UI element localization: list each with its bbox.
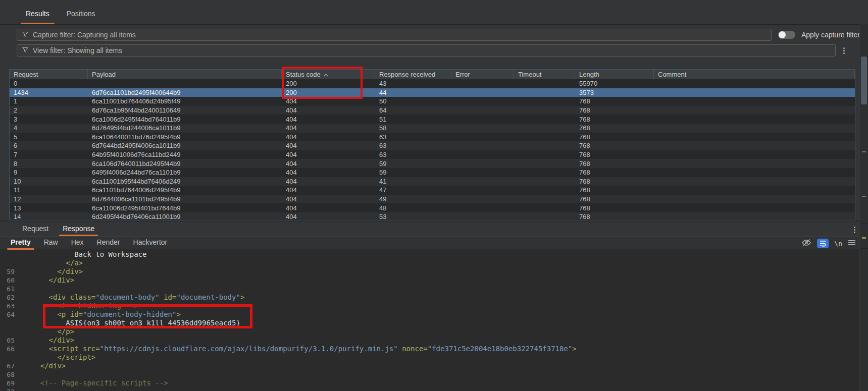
table-cell-payload: 6d76ca1101bd2495f400644b9: [88, 89, 282, 96]
table-cell-response-received: 59: [375, 169, 451, 176]
tab-raw[interactable]: Raw: [37, 236, 65, 249]
table-cell-length: 768: [575, 124, 654, 132]
table-cell-request: 10: [10, 178, 88, 185]
line-number: 59: [0, 267, 19, 276]
line-number: 64: [0, 310, 19, 319]
tab-positions[interactable]: Positions: [58, 3, 104, 24]
table-cell-status: 404: [282, 106, 375, 114]
response-code-viewer[interactable]: Back to Workspace </a>59 </div>60 </div>…: [0, 249, 868, 391]
table-cell-payload: 6ca11001b95f44bd76406d249: [88, 178, 282, 185]
table-row[interactable]: 86ca106d7640011bd2495f44b940459768: [10, 159, 855, 168]
table-cell-status: 404: [282, 124, 375, 132]
table-cell-response-received: 47: [375, 186, 451, 194]
code-line: 70: [0, 387, 868, 391]
column-header-length[interactable]: Length: [575, 70, 654, 79]
table-cell-payload: 6ca1101bd7644006d2495f4b9: [88, 186, 282, 194]
table-row[interactable]: 106ca11001b95f44bd76406d24940441768: [10, 177, 855, 186]
view-filter-text: View filter: Showing all items: [33, 46, 122, 54]
column-header-status-code[interactable]: Status code: [282, 70, 375, 79]
table-row[interactable]: 66d7644bd2495f4006ca1011b940463768: [10, 141, 855, 150]
column-header-timeout[interactable]: Timeout: [514, 70, 575, 79]
line-number: 63: [0, 302, 19, 310]
table-cell-request: 7: [10, 151, 88, 158]
line-number: 66: [0, 345, 19, 353]
code-line: ASIS{on3_sh00t_on3_k1ll_44536dd9965eacd5…: [0, 319, 868, 327]
tab-results[interactable]: Results: [17, 3, 58, 24]
table-cell-length: 768: [575, 142, 654, 149]
column-header-comment[interactable]: Comment: [654, 70, 855, 79]
table-cell-length: 768: [575, 186, 654, 194]
table-row[interactable]: 126d7644006ca1101bd2495f4b940449768: [10, 195, 855, 204]
message-editor-tabbar: Request Response: [0, 221, 868, 236]
capture-filter-bar[interactable]: Capture filter: Capturing all items: [17, 29, 772, 41]
table-cell-response-received: 44: [375, 89, 451, 96]
response-view-tabbar: Pretty Raw Hex Render Hackvertor: [0, 236, 868, 249]
table-row[interactable]: 36ca1006d2495f44bd764011b940451768: [10, 115, 855, 124]
table-cell-payload: 6ca11001bd764406d24b95f49: [88, 97, 282, 105]
tab-hackvertor[interactable]: Hackvertor: [127, 236, 174, 249]
table-cell-response-received: 64: [375, 106, 451, 114]
tab-pretty[interactable]: Pretty: [4, 236, 37, 249]
table-cell-payload: 6ca1006d2495f44bd764011b9: [88, 116, 282, 123]
newline-icon[interactable]: \n: [834, 240, 842, 247]
tab-request[interactable]: Request: [15, 221, 56, 236]
table-row[interactable]: 46d76495f4bd244006ca1011b940458768: [10, 124, 855, 133]
table-cell-response-received: 59: [375, 160, 451, 167]
funnel-icon: [22, 46, 28, 54]
table-cell-payload: 6495f4006d244bd76ca1101b9: [88, 169, 282, 176]
scrollbar-thumb[interactable]: [861, 57, 867, 104]
table-cell-length: 768: [575, 116, 654, 123]
table-row[interactable]: 136ca11006d2495f401bd7644b940448768: [10, 203, 855, 212]
column-header-error[interactable]: Error: [451, 70, 514, 79]
table-cell-status: 404: [282, 169, 375, 176]
table-cell-length: 768: [575, 204, 654, 212]
tab-render[interactable]: Render: [90, 236, 127, 249]
table-cell-request: 13: [10, 204, 88, 212]
view-filter-bar[interactable]: View filter: Showing all items: [17, 44, 836, 57]
table-row[interactable]: 02004355970: [10, 79, 855, 88]
view-filter-menu-icon[interactable]: [842, 46, 846, 55]
code-line: 59 </div>: [0, 267, 868, 276]
line-number: 60: [0, 276, 19, 285]
word-wrap-icon[interactable]: [817, 239, 829, 248]
table-row[interactable]: 56ca106440011bd76d2495f4b940463768: [10, 133, 855, 142]
table-cell-response-received: 63: [375, 133, 451, 141]
hide-invisible-icon[interactable]: [801, 239, 811, 248]
table-row[interactable]: 116ca1101bd7644006d2495f4b940447768: [10, 186, 855, 195]
code-line: 62 <div class="document-body" id="docume…: [0, 293, 868, 302]
editor-menu-icon[interactable]: [852, 225, 857, 235]
line-number: [0, 327, 19, 336]
column-header-request[interactable]: Request: [10, 70, 88, 79]
table-cell-response-received: 41: [375, 178, 451, 185]
column-header-response-received[interactable]: Response received: [375, 70, 451, 79]
menu-icon[interactable]: [848, 239, 856, 247]
tab-hex[interactable]: Hex: [65, 236, 90, 249]
table-row[interactable]: 96495f4006d244bd76ca1101b940459768: [10, 168, 855, 177]
code-line: 64 <p id="document-body-hidden">: [0, 310, 868, 319]
column-header-payload[interactable]: Payload: [88, 70, 282, 79]
code-line: </script>: [0, 353, 868, 362]
table-row[interactable]: 26d76ca1b95f44bd240011064940464768: [10, 106, 855, 115]
scrollbar-mark: [862, 196, 866, 197]
table-cell-request: 4: [10, 124, 88, 132]
table-row[interactable]: 16ca11001bd764406d24b95f4940450768: [10, 97, 855, 106]
table-row[interactable]: 764b95f401006d76ca11bd244940463768: [10, 150, 855, 159]
table-cell-response-received: 43: [375, 80, 451, 87]
table-cell-request: 3: [10, 116, 88, 123]
tab-response[interactable]: Response: [56, 221, 101, 236]
table-row[interactable]: 14346d76ca1101bd2495f400644b9200443573: [10, 88, 855, 97]
line-number: 65: [0, 336, 19, 345]
table-cell-response-received: 63: [375, 151, 451, 158]
apply-capture-filter-toggle[interactable]: [778, 31, 795, 39]
table-cell-request: 0: [10, 80, 88, 87]
table-row[interactable]: 146d2495f44bd76406ca11001b940453768: [10, 212, 855, 220]
vertical-scrollbar[interactable]: [859, 24, 868, 391]
table-cell-request: 9: [10, 169, 88, 176]
scrollbar-mark: [862, 151, 866, 152]
table-cell-request: 12: [10, 195, 88, 203]
table-cell-response-received: 48: [375, 204, 451, 212]
table-cell-status: 404: [282, 186, 375, 194]
table-cell-status: 404: [282, 213, 375, 220]
code-line: Back to Workspace: [0, 250, 868, 259]
code-line: 63 <!-- hidden tag -->: [0, 302, 868, 310]
